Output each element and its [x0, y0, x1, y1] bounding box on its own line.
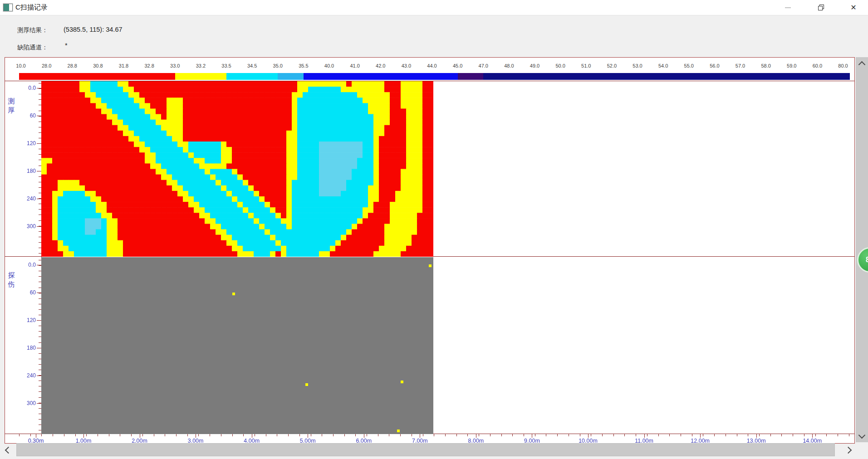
x-minor-tick — [624, 434, 625, 436]
y-minor-tick — [39, 419, 41, 420]
x-major-tick — [308, 434, 308, 438]
y-minor-tick — [39, 204, 41, 204]
y-major-tick — [37, 226, 41, 227]
x-minor-tick — [748, 434, 748, 436]
x-minor-tick — [142, 434, 143, 436]
colorbar-segment — [483, 73, 850, 80]
chevron-up-icon — [858, 61, 865, 68]
x-minor-tick — [378, 434, 378, 436]
x-minor-tick — [232, 434, 233, 436]
colorbar-segment — [458, 73, 484, 80]
thickness-cscan-heatmap[interactable] — [41, 81, 433, 257]
defect-point — [305, 383, 308, 386]
y-tick-label: 0.0 — [20, 262, 36, 268]
x-minor-tick — [434, 434, 434, 436]
scroll-left-button[interactable] — [3, 444, 14, 455]
x-minor-tick — [198, 434, 199, 436]
y-minor-tick — [39, 298, 41, 299]
defect-point — [232, 293, 235, 295]
y-minor-tick — [39, 370, 41, 370]
y-tick-label: 240 — [20, 372, 36, 379]
y-minor-tick — [39, 326, 41, 326]
defect-point — [401, 381, 403, 383]
scale-tick-label: 52.0 — [602, 63, 622, 68]
horizontal-scrollbar-thumb[interactable] — [16, 443, 835, 456]
x-major-tick — [364, 434, 364, 438]
scroll-right-button[interactable] — [843, 444, 853, 455]
minimize-button[interactable] — [777, 0, 798, 15]
x-minor-tick — [546, 434, 546, 436]
x-minor-tick — [367, 434, 367, 436]
scale-tick-label: 47.0 — [473, 63, 493, 68]
x-minor-tick — [456, 434, 457, 436]
x-minor-tick — [400, 434, 401, 436]
x-minor-tick — [569, 434, 569, 436]
y-minor-tick — [39, 215, 41, 215]
y-minor-tick — [39, 176, 41, 177]
scale-tick-label: 51.0 — [576, 63, 596, 68]
x-minor-tick — [210, 434, 210, 436]
close-button[interactable]: ✕ — [843, 0, 864, 15]
y-minor-tick — [39, 381, 41, 381]
x-minor-tick — [19, 434, 20, 436]
x-minor-tick — [591, 434, 591, 436]
x-minor-tick — [535, 434, 535, 436]
x-minor-tick — [681, 434, 681, 436]
scale-tick-label: 30.8 — [88, 63, 108, 68]
x-major-tick — [756, 434, 757, 438]
x-major-tick — [532, 434, 532, 438]
y-minor-tick — [39, 359, 41, 359]
y-minor-tick — [39, 315, 41, 315]
x-minor-tick — [299, 434, 300, 436]
y-minor-tick — [39, 282, 41, 282]
x-minor-tick — [714, 434, 715, 436]
y-major-tick — [37, 143, 41, 144]
scroll-up-button[interactable] — [856, 59, 867, 70]
x-major-tick — [588, 434, 588, 438]
x-minor-tick — [838, 434, 838, 436]
y-minor-tick — [39, 99, 41, 100]
y-major-tick — [37, 293, 41, 293]
defect-channel-value: * — [65, 42, 68, 49]
x-minor-tick — [288, 434, 289, 436]
colorbar-segment — [19, 73, 175, 80]
x-minor-tick — [658, 434, 659, 436]
x-minor-tick — [613, 434, 614, 436]
y-minor-tick — [39, 242, 41, 243]
y-minor-tick — [39, 309, 41, 310]
restore-button[interactable] — [810, 0, 831, 15]
thickness-section-label: 测厚 — [5, 97, 17, 115]
scroll-down-button[interactable] — [856, 430, 867, 440]
x-minor-tick — [501, 434, 502, 436]
x-major-tick — [812, 434, 813, 438]
x-minor-tick — [669, 434, 670, 436]
scale-tick-label: 33.2 — [191, 63, 211, 68]
y-minor-tick — [39, 209, 41, 210]
x-minor-tick — [75, 434, 76, 436]
close-icon: ✕ — [850, 4, 856, 11]
x-minor-tick — [165, 434, 165, 436]
x-minor-tick — [154, 434, 154, 436]
y-major-tick — [37, 403, 41, 404]
y-major-tick — [37, 320, 41, 321]
y-minor-tick — [39, 353, 41, 354]
y-tick-label: 60 — [20, 112, 36, 119]
y-tick-label: 120 — [20, 317, 36, 323]
y-major-tick — [37, 88, 41, 88]
y-minor-tick — [39, 193, 41, 193]
scale-tick-label: 56.0 — [705, 63, 725, 68]
colorbar-segment — [226, 73, 278, 80]
y-minor-tick — [39, 430, 41, 430]
scale-tick-label: 43.0 — [396, 63, 416, 68]
x-minor-tick — [277, 434, 277, 436]
y-major-tick — [37, 171, 41, 171]
y-minor-tick — [39, 288, 41, 288]
scale-tick-label: 50.0 — [550, 63, 570, 68]
flaw-cscan-plot[interactable] — [41, 257, 433, 434]
y-tick-label: 240 — [20, 195, 36, 202]
y-minor-tick — [39, 265, 41, 266]
thickness-result-label: 测厚结果： — [17, 26, 48, 34]
y-minor-tick — [39, 154, 41, 155]
x-minor-tick — [826, 434, 827, 436]
y-minor-tick — [39, 276, 41, 277]
